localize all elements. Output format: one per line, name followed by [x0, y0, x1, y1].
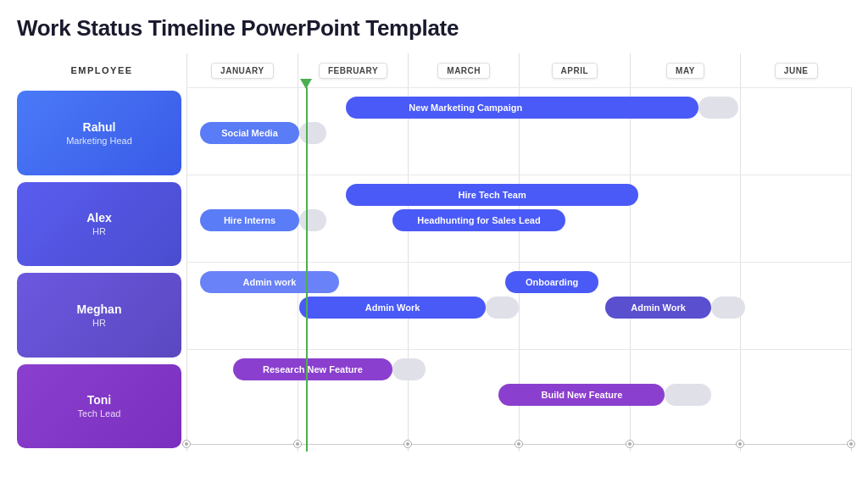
gantt-row-alex: Hire Tech Team Hire Interns Headhunting … — [186, 175, 851, 262]
dot-1 — [294, 441, 301, 447]
bar-onboarding: Onboarding — [505, 271, 598, 293]
bottom-dots-row — [186, 436, 851, 452]
dot-5 — [737, 441, 743, 447]
month-february-label: FEBRUARY — [319, 63, 387, 79]
bar-research-new-feature: Research New Feature — [233, 358, 392, 380]
employee-toni-name: Toni — [87, 393, 112, 407]
bar-tail-admin-right — [711, 297, 744, 319]
employee-alex: Alex HR — [17, 182, 181, 267]
bar-admin-work-mid: Admin Work — [299, 297, 486, 319]
month-may-label: MAY — [666, 63, 704, 79]
month-february: FEBRUARY — [298, 53, 409, 87]
dot-2 — [404, 441, 411, 447]
bar-tail-social — [299, 122, 326, 144]
employee-alex-role: HR — [92, 226, 106, 236]
month-january: JANUARY — [186, 53, 298, 87]
bar-tail-interns — [299, 209, 326, 231]
employee-rahul: Rahul Marketing Head — [17, 91, 181, 175]
month-january-label: JANUARY — [211, 63, 273, 79]
month-april-label: APRIL — [552, 63, 598, 79]
bar-admin-work-right: Admin Work — [605, 297, 711, 319]
dot-6 — [848, 441, 854, 447]
time-triangle — [300, 79, 312, 89]
bar-hire-interns: Hire Interns — [200, 209, 300, 231]
gantt-container: EMPLOYEE Rahul Marketing Head Alex HR Me… — [17, 53, 851, 452]
employee-rahul-role: Marketing Head — [66, 136, 132, 146]
employee-alex-name: Alex — [86, 211, 112, 225]
bar-hire-tech-team: Hire Tech Team — [346, 184, 638, 206]
employee-meghan: Meghan HR — [17, 273, 181, 358]
bar-tail-research — [392, 358, 426, 380]
bar-tail-build — [665, 384, 711, 406]
dot-4 — [626, 441, 633, 447]
current-time-line — [306, 87, 308, 452]
month-march-label: MARCH — [437, 63, 490, 79]
gantt-row-toni: Research New Feature Build New Feature — [186, 349, 851, 436]
page-title: Work Status Timeline PowerPoint Template — [17, 15, 851, 42]
month-may: MAY — [630, 53, 741, 87]
rows-area: New Marketing Campaign Social Media — [186, 87, 851, 452]
gantt-row-meghan: Admin work Onboarding Admin Work Admin W… — [186, 262, 851, 349]
dot-3 — [515, 441, 522, 447]
month-june-label: JUNE — [775, 63, 818, 79]
employee-rahul-name: Rahul — [83, 120, 116, 134]
month-march: MARCH — [408, 53, 519, 87]
grid-line-6 — [851, 87, 852, 452]
dot-0 — [183, 441, 190, 447]
bar-tail-referral — [698, 97, 738, 119]
employee-meghan-name: Meghan — [77, 302, 122, 316]
month-april: APRIL — [519, 53, 630, 87]
bar-social-media: Social Media — [200, 122, 300, 144]
bar-tail-admin-mid — [486, 297, 519, 319]
bar-build-new-feature: Build New Feature — [498, 384, 665, 406]
months-header: JANUARY FEBRUARY MARCH APRIL MAY JUNE — [186, 53, 851, 87]
gantt-row-rahul: New Marketing Campaign Social Media — [186, 87, 851, 175]
month-june: JUNE — [740, 53, 851, 87]
bar-admin-work-top: Admin work — [200, 271, 340, 293]
employee-header: EMPLOYEE — [17, 53, 186, 87]
employee-toni: Toni Tech Lead — [17, 364, 181, 449]
bar-headhunting: Headhunting for Sales Lead — [392, 209, 565, 231]
employee-meghan-role: HR — [92, 318, 106, 328]
employee-toni-role: Tech Lead — [78, 408, 121, 419]
chart-area: JANUARY FEBRUARY MARCH APRIL MAY JUNE — [186, 53, 851, 452]
employee-column: EMPLOYEE Rahul Marketing Head Alex HR Me… — [17, 53, 186, 452]
bar-referral-program — [539, 97, 698, 119]
page: Work Status Timeline PowerPoint Template… — [0, 0, 868, 488]
